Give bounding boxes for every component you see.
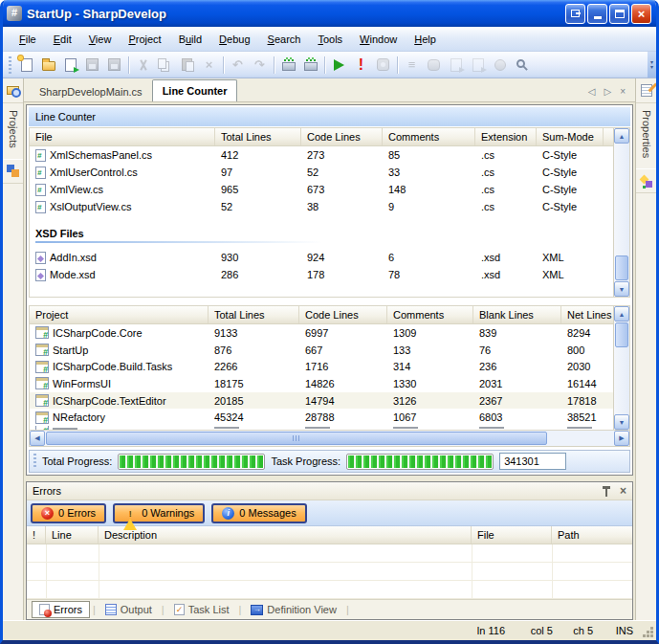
- scroll-tabs-left-icon[interactable]: ◁: [588, 86, 596, 97]
- file-row[interactable]: XmlUserControl.cs 97 52 33 .cs C-Style: [30, 164, 613, 181]
- menu-tools[interactable]: Tools: [309, 30, 351, 49]
- project-row[interactable]: NRefactory 45324 28788 1067 6803 38521: [30, 409, 613, 426]
- scroll-right-button[interactable]: ▶: [614, 431, 629, 446]
- toolbar-overflow-button[interactable]: ▾▾: [648, 52, 656, 78]
- redo-button[interactable]: ↷: [249, 54, 271, 77]
- column-header-blank-lines[interactable]: Blank Lines: [473, 306, 561, 323]
- sidebar-tab-toolbox[interactable]: [636, 168, 656, 193]
- filter-messages-button[interactable]: i 0 Messages: [211, 503, 306, 523]
- tab-errors[interactable]: Errors: [32, 601, 90, 618]
- column-header-file[interactable]: File: [472, 526, 552, 544]
- tab-line-counter[interactable]: Line Counter: [152, 79, 238, 101]
- sidebar-tab-properties[interactable]: [636, 78, 656, 103]
- undo-button[interactable]: ↶: [227, 54, 249, 77]
- maximize-button[interactable]: [609, 4, 629, 24]
- paste-button[interactable]: [176, 54, 198, 77]
- toolbar-grip[interactable]: [9, 56, 11, 74]
- progress-strip-grip[interactable]: [33, 454, 36, 469]
- file-row[interactable]: XmlView.cs 965 673 148 .cs C-Style: [30, 181, 613, 198]
- tab-task-list[interactable]: Task List: [167, 602, 236, 617]
- scrollbar-thumb[interactable]: [46, 432, 547, 445]
- menu-view[interactable]: View: [80, 30, 121, 49]
- tab-output[interactable]: Output: [99, 602, 159, 617]
- scroll-up-button[interactable]: ▲: [614, 306, 629, 322]
- scrollbar-track[interactable]: [614, 144, 629, 281]
- column-header-sum-mode[interactable]: Sum-Mode: [537, 128, 604, 145]
- delete-button[interactable]: ×: [198, 54, 220, 77]
- scroll-down-button[interactable]: ▼: [614, 281, 629, 297]
- project-row[interactable]: ICSharpCode.Core 9133 6997 1309 839 8294: [30, 324, 613, 342]
- prev-step-button[interactable]: [445, 54, 467, 77]
- column-header-comments[interactable]: Comments: [387, 306, 473, 323]
- file-row[interactable]: AddIn.xsd 930 924 6 .xsd XML: [30, 249, 613, 266]
- sidebar-tab-classes[interactable]: [3, 159, 23, 184]
- scrollbar-track[interactable]: [45, 431, 614, 446]
- column-header-line[interactable]: Line: [46, 526, 99, 544]
- column-header-extension[interactable]: Extension: [475, 128, 537, 145]
- properties-tab-label[interactable]: Properties: [641, 103, 652, 165]
- column-header-project[interactable]: Project: [30, 306, 209, 323]
- menu-help[interactable]: Help: [406, 30, 445, 49]
- cut-button[interactable]: [132, 54, 154, 77]
- project-row[interactable]: WinFormsUI 18175 14826 1330 2031 16144: [30, 375, 613, 392]
- build-button[interactable]: [277, 54, 299, 77]
- scrollbar-thumb[interactable]: [615, 322, 628, 347]
- resize-grip[interactable]: [642, 626, 653, 637]
- scrollbar-thumb[interactable]: [615, 255, 628, 280]
- menu-debug[interactable]: Debug: [210, 30, 258, 49]
- menu-file[interactable]: File: [11, 30, 45, 49]
- column-header-code-lines[interactable]: Code Lines: [299, 306, 387, 323]
- column-header-description[interactable]: Description: [99, 526, 472, 544]
- menu-project[interactable]: Project: [120, 30, 169, 49]
- column-header-file[interactable]: File: [30, 128, 215, 145]
- toggle-region-button[interactable]: [423, 54, 445, 77]
- open-file-button[interactable]: [37, 54, 59, 77]
- project-row[interactable]: StartUp 876 667 133 76 800: [30, 342, 613, 359]
- save-button[interactable]: [81, 54, 103, 77]
- column-header-code-lines[interactable]: Code Lines: [301, 128, 383, 145]
- rebuild-all-button[interactable]: [299, 54, 321, 77]
- bookmark-list-button[interactable]: ≡: [401, 54, 423, 77]
- scrollbar-track[interactable]: [614, 322, 629, 414]
- tab-definition-view[interactable]: → Definition View: [244, 602, 343, 617]
- next-step-button[interactable]: [467, 54, 489, 77]
- file-row[interactable]: XmlSchemasPanel.cs 412 273 85 .cs C-Styl…: [30, 146, 613, 164]
- scroll-tabs-right-icon[interactable]: ▷: [604, 86, 611, 97]
- file-row[interactable]: Mode.xsd 286 178 78 .xsd XML: [30, 266, 613, 283]
- column-header-severity[interactable]: !: [27, 526, 46, 544]
- menu-edit[interactable]: Edit: [45, 30, 80, 49]
- copy-button[interactable]: [154, 54, 176, 77]
- new-file-button[interactable]: [15, 54, 37, 77]
- menu-search[interactable]: Search: [259, 30, 310, 49]
- project-row-clipped[interactable]: [30, 426, 613, 430]
- run-button[interactable]: [328, 54, 350, 77]
- line-counter-value-field[interactable]: 341301: [499, 453, 566, 470]
- sidebar-tab-projects[interactable]: [3, 78, 23, 103]
- projects-tab-label[interactable]: Projects: [8, 103, 19, 155]
- save-as-button[interactable]: [59, 54, 81, 77]
- tab-sharpdevelopmain-cs[interactable]: SharpDevelopMain.cs: [30, 82, 152, 101]
- column-header-comments[interactable]: Comments: [383, 128, 475, 145]
- column-header-net-lines[interactable]: Net Lines: [561, 306, 613, 323]
- menu-build[interactable]: Build: [170, 30, 210, 49]
- scroll-down-button[interactable]: ▼: [614, 414, 629, 430]
- close-document-icon[interactable]: ×: [620, 86, 626, 97]
- scroll-left-button[interactable]: ◀: [30, 431, 45, 446]
- column-header-total-lines[interactable]: Total Lines: [215, 128, 301, 145]
- stop-search-button[interactable]: [489, 54, 511, 77]
- minimize-button[interactable]: [587, 4, 607, 24]
- float-window-button[interactable]: [565, 4, 585, 24]
- filter-errors-button[interactable]: × 0 Errors: [31, 503, 106, 523]
- menu-window[interactable]: Window: [351, 30, 406, 49]
- close-pad-icon[interactable]: ×: [620, 485, 626, 497]
- scroll-up-button[interactable]: ▲: [614, 128, 629, 144]
- search-button[interactable]: [511, 54, 533, 77]
- close-button[interactable]: ×: [631, 4, 651, 24]
- column-header-total-lines[interactable]: Total Lines: [209, 306, 299, 323]
- file-row[interactable]: XslOutputView.cs 52 38 9 .cs C-Style: [30, 198, 613, 215]
- save-all-button[interactable]: [103, 54, 125, 77]
- project-row-highlighted[interactable]: ICSharpCode.TextEditor 20185 14794 3126 …: [30, 392, 613, 410]
- column-header-path[interactable]: Path: [552, 526, 632, 544]
- stop-button[interactable]: [372, 54, 394, 77]
- auto-hide-pin-icon[interactable]: [603, 486, 611, 497]
